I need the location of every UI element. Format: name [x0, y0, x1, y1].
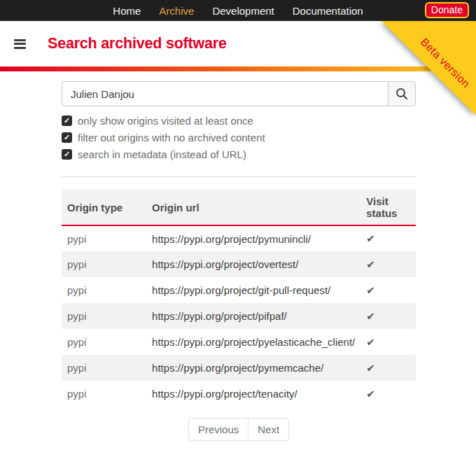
origin-type-cell: pypi: [62, 277, 146, 303]
nav-link-home[interactable]: Home: [113, 5, 141, 17]
filter-visited-origins[interactable]: only show origins visited at least once: [62, 112, 416, 129]
nav-link-development[interactable]: Development: [212, 5, 274, 17]
origin-url-cell[interactable]: https://pypi.org/project/overtest/: [146, 251, 360, 277]
hamburger-bar: [14, 43, 26, 45]
nav-link-documentation[interactable]: Documentation: [293, 5, 363, 17]
table-row: pypi https://pypi.org/project/pyelastica…: [62, 329, 416, 355]
filter-search-metadata[interactable]: search in metadata (instead of URL): [62, 146, 416, 162]
search-filters: only show origins visited at least once …: [62, 112, 416, 162]
origin-url-cell[interactable]: https://pypi.org/project/pymemcache/: [146, 355, 360, 381]
checkbox-icon[interactable]: [62, 149, 72, 160]
nav-link-archive[interactable]: Archive: [159, 5, 194, 17]
search-results-table: Origin type Origin url Visit status pypi…: [62, 190, 416, 407]
check-icon: [366, 232, 375, 244]
origin-type-cell: pypi: [62, 355, 146, 381]
page-title: Search archived software: [48, 35, 227, 52]
table-row: pypi https://pypi.org/project/pifpaf/: [62, 303, 416, 329]
table-row: pypi https://pypi.org/project/overtest/: [62, 251, 416, 277]
section-divider: [62, 176, 416, 177]
table-row: pypi https://pypi.org/project/tenacity/: [62, 381, 416, 407]
column-header-visit-status: Visit status: [360, 190, 416, 225]
origin-url-cell[interactable]: https://pypi.org/project/tenacity/: [146, 381, 360, 407]
checkbox-icon[interactable]: [62, 115, 72, 126]
check-icon: [366, 388, 375, 400]
search-bar: [62, 81, 416, 106]
check-icon: [366, 362, 375, 374]
filter-label: filter out origins with no archived cont…: [78, 132, 265, 144]
table-row: pypi https://pypi.org/project/git-pull-r…: [62, 277, 416, 303]
check-icon: [366, 258, 375, 270]
origin-url-cell[interactable]: https://pypi.org/project/git-pull-reques…: [146, 277, 360, 303]
origin-type-cell: pypi: [62, 381, 146, 407]
table-header-row: Origin type Origin url Visit status: [62, 190, 416, 225]
origin-type-cell: pypi: [62, 225, 146, 251]
filter-label: only show origins visited at least once: [78, 115, 253, 127]
origin-url-cell[interactable]: https://pypi.org/project/pifpaf/: [146, 303, 360, 329]
donate-button[interactable]: Donate: [425, 2, 469, 18]
top-navbar: Home Archive Development Documentation D…: [0, 0, 476, 21]
previous-page-button[interactable]: Previous: [188, 418, 248, 441]
hamburger-bar: [14, 39, 26, 41]
next-page-button[interactable]: Next: [248, 418, 289, 441]
origin-url-cell[interactable]: https://pypi.org/project/pymunincli/: [146, 225, 360, 251]
pagination: Previous Next: [62, 418, 416, 441]
page-header: Search archived software: [0, 21, 476, 66]
table-row: pypi https://pypi.org/project/pymunincli…: [62, 225, 416, 251]
search-button[interactable]: [388, 81, 416, 106]
origin-type-cell: pypi: [62, 303, 146, 329]
search-page-content: only show origins visited at least once …: [62, 81, 416, 441]
filter-label: search in metadata (instead of URL): [78, 148, 246, 160]
search-input[interactable]: [62, 81, 388, 106]
hamburger-menu-icon[interactable]: [14, 39, 27, 49]
origin-type-cell: pypi: [62, 329, 146, 355]
column-header-origin-url: Origin url: [146, 190, 360, 225]
brand-gradient-bar: [0, 66, 476, 71]
origin-url-cell[interactable]: https://pypi.org/project/pyelasticache_c…: [146, 329, 360, 355]
filter-archived-content[interactable]: filter out origins with no archived cont…: [62, 129, 416, 146]
check-icon: [366, 336, 375, 348]
origin-type-cell: pypi: [62, 251, 146, 277]
hamburger-bar: [14, 47, 26, 49]
magnifier-icon: [396, 88, 408, 100]
column-header-origin-type: Origin type: [62, 190, 146, 225]
checkbox-icon[interactable]: [62, 132, 72, 143]
check-icon: [366, 310, 375, 322]
check-icon: [366, 284, 375, 296]
table-row: pypi https://pypi.org/project/pymemcache…: [62, 355, 416, 381]
